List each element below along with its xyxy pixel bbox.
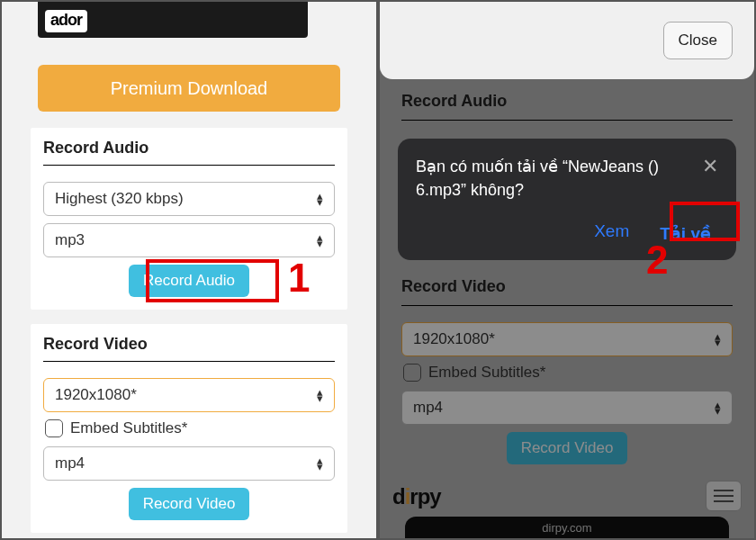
premium-download-button[interactable]: Premium Download — [38, 65, 340, 112]
download-modal-message: Bạn có muốn tải về “NewJeans () 6.mp3” k… — [416, 155, 686, 202]
view-link[interactable]: Xem — [594, 221, 629, 246]
bg-record-video-button[interactable]: Record Video — [507, 432, 628, 464]
record-video-button[interactable]: Record Video — [129, 488, 250, 520]
video-resolution-value: 1920x1080* — [55, 386, 137, 404]
chevron-updown-icon: ▴▾ — [317, 389, 323, 401]
bg-video-format-value: mp4 — [413, 399, 443, 417]
step-2-number: 2 — [646, 238, 668, 283]
left-panel: ador Premium Download Record Audio Highe… — [0, 0, 378, 540]
close-icon[interactable]: ✕ — [702, 155, 718, 178]
video-resolution-select[interactable]: 1920x1080* ▴▾ — [43, 378, 335, 412]
bg-embed-subtitles-label: Embed Subtitles* — [428, 364, 545, 382]
bg-record-audio-title: Record Audio — [401, 86, 733, 121]
dimmed-background: Record Audio Record Video 1920x1080* ▴▾ … — [380, 2, 754, 538]
bg-embed-subtitles-row[interactable]: Embed Subtitles* — [403, 364, 731, 382]
chevron-updown-icon: ▴▾ — [317, 193, 323, 205]
hamburger-menu-icon[interactable] — [706, 481, 742, 511]
embed-subtitles-label: Embed Subtitles* — [70, 419, 187, 437]
video-thumbnail-wrap: ador — [2, 2, 376, 38]
chevron-updown-icon: ▴▾ — [715, 401, 721, 414]
step-1-number: 1 — [288, 256, 310, 301]
bg-record-video-title: Record Video — [401, 272, 733, 306]
top-sheet: Close — [380, 2, 754, 79]
bg-video-resolution-value: 1920x1080* — [413, 330, 495, 348]
dirpy-brand: dirpy — [392, 484, 441, 509]
download-modal: Bạn có muốn tải về “NewJeans () 6.mp3” k… — [398, 139, 736, 260]
bg-video-resolution-select[interactable]: 1920x1080* ▴▾ — [401, 322, 733, 356]
record-video-title: Record Video — [43, 333, 335, 362]
audio-format-value: mp3 — [55, 231, 85, 249]
audio-format-select[interactable]: mp3 ▴▾ — [43, 223, 335, 257]
chevron-updown-icon: ▴▾ — [715, 333, 721, 346]
video-format-value: mp4 — [55, 454, 85, 472]
chevron-updown-icon: ▴▾ — [317, 457, 323, 470]
video-thumbnail: ador — [38, 2, 308, 38]
close-button[interactable]: Close — [663, 22, 733, 59]
audio-quality-select[interactable]: Highest (320 kbps) ▴▾ — [43, 182, 335, 216]
video-format-select[interactable]: mp4 ▴▾ — [43, 446, 335, 481]
address-bar[interactable]: dirpy.com — [405, 517, 729, 538]
chevron-updown-icon: ▴▾ — [317, 234, 323, 247]
record-audio-title: Record Audio — [43, 137, 335, 166]
embed-subtitles-checkbox[interactable] — [45, 419, 63, 437]
bg-embed-subtitles-checkbox[interactable] — [403, 364, 421, 382]
record-video-section: Record Video 1920x1080* ▴▾ Embed Subtitl… — [31, 324, 347, 533]
record-audio-section: Record Audio Highest (320 kbps) ▴▾ mp3 ▴… — [31, 128, 347, 310]
right-panel: Record Audio Record Video 1920x1080* ▴▾ … — [378, 0, 756, 540]
record-audio-button[interactable]: Record Audio — [129, 265, 249, 297]
embed-subtitles-row[interactable]: Embed Subtitles* — [45, 419, 333, 437]
bg-video-format-select[interactable]: mp4 ▴▾ — [401, 391, 733, 425]
ador-logo: ador — [45, 10, 87, 32]
audio-quality-value: Highest (320 kbps) — [55, 190, 184, 208]
